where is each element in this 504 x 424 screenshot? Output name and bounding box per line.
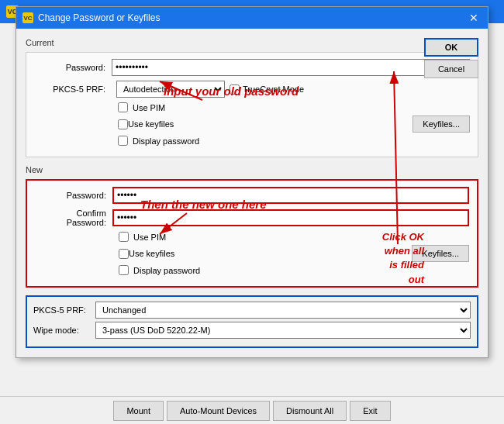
current-use-pim-label: Use PIM (133, 103, 165, 112)
current-password-row: Password: (34, 59, 470, 76)
new-pkcs-row: PKCS-5 PRF: Unchanged Autodetection HMAC… (33, 302, 471, 319)
truecrypt-label: TrueCrypt Mode (243, 84, 304, 94)
new-password-input[interactable] (112, 187, 469, 204)
new-use-pim-checkbox[interactable] (119, 232, 129, 242)
current-keyfiles-area: Use keyfiles Keyfiles... (34, 115, 470, 133)
current-display-password-row: Display password (34, 136, 470, 146)
new-display-password-row: Display password (35, 265, 469, 275)
truecrypt-checkbox[interactable] (230, 84, 240, 95)
new-pkcs-label: PKCS-5 PRF: (33, 305, 95, 315)
new-password-row: Password: (35, 187, 469, 204)
current-display-password-label: Display password (133, 136, 199, 146)
current-pkcs-select[interactable]: Autodetection HMAC-SHA-512 HMAC-SHA-256 (116, 81, 225, 98)
current-display-password-checkbox[interactable] (118, 136, 128, 146)
new-section-label: New (26, 165, 478, 174)
new-keyfiles-area: Use keyfiles Keyfiles... (35, 245, 469, 262)
cancel-button[interactable]: Cancel (424, 60, 478, 78)
current-password-input[interactable] (112, 59, 470, 76)
new-pkcs-select[interactable]: Unchanged Autodetection HMAC-SHA-512 (95, 302, 471, 319)
new-display-password-label: Display password (133, 266, 200, 275)
wipe-mode-row: Wipe mode: None (fastest) 1-pass 3-pass … (33, 322, 471, 339)
new-keyfiles-button[interactable]: Keyfiles... (412, 245, 469, 262)
new-use-pim-label: Use PIM (133, 233, 166, 242)
dialog-icon: VC (22, 12, 33, 23)
confirm-password-label: Confirm Password: (35, 209, 112, 227)
new-use-pim-row: Use PIM (35, 232, 469, 242)
truecrypt-row: TrueCrypt Mode (230, 84, 304, 95)
bottom-toolbar: Mount Auto-Mount Devices Dismount All Ex… (0, 396, 504, 424)
current-password-label: Password: (34, 63, 112, 72)
pkcs-wipe-section: PKCS-5 PRF: Unchanged Autodetection HMAC… (26, 295, 478, 348)
dialog-content: OK Cancel Current Password: PKCS-5 PRF: … (16, 29, 488, 357)
new-display-password-checkbox[interactable] (119, 265, 129, 275)
current-use-pim-row: Use PIM (34, 102, 470, 112)
current-use-pim-checkbox[interactable] (118, 102, 128, 112)
auto-mount-button[interactable]: Auto-Mount Devices (167, 401, 270, 421)
wipe-mode-label: Wipe mode: (33, 326, 95, 335)
current-pkcs-label: PKCS-5 PRF: (34, 84, 112, 94)
new-use-keyfiles-checkbox[interactable] (119, 249, 129, 259)
confirm-password-row: Confirm Password: (35, 209, 469, 227)
new-password-label: Password: (35, 191, 112, 200)
new-section: Password: Confirm Password: Use PIM Use … (26, 179, 478, 288)
ok-button[interactable]: OK (424, 38, 478, 57)
current-use-keyfiles-label: Use keyfiles (128, 119, 174, 129)
current-section-label: Current (26, 38, 478, 47)
dialog-close-button[interactable]: ✕ (466, 10, 482, 26)
exit-button[interactable]: Exit (350, 401, 390, 421)
mount-button[interactable]: Mount (113, 401, 164, 421)
current-section: Password: PKCS-5 PRF: Autodetection HMAC… (26, 52, 478, 157)
current-keyfiles-button[interactable]: Keyfiles... (413, 115, 470, 133)
ok-cancel-column: OK Cancel (424, 38, 478, 78)
dismount-all-button[interactable]: Dismount All (273, 401, 347, 421)
dialog-title: Change Password or Keyfiles (38, 12, 466, 23)
wipe-mode-select[interactable]: None (fastest) 1-pass 3-pass (US DoD 522… (95, 322, 471, 339)
change-password-dialog: VC Change Password or Keyfiles ✕ OK Canc… (16, 6, 488, 358)
current-pkcs-row: PKCS-5 PRF: Autodetection HMAC-SHA-512 H… (34, 81, 470, 98)
confirm-password-input[interactable] (112, 209, 469, 226)
new-use-keyfiles-label: Use keyfiles (129, 249, 174, 258)
current-use-keyfiles-checkbox[interactable] (118, 119, 128, 129)
dialog-title-bar: VC Change Password or Keyfiles ✕ (16, 7, 488, 29)
